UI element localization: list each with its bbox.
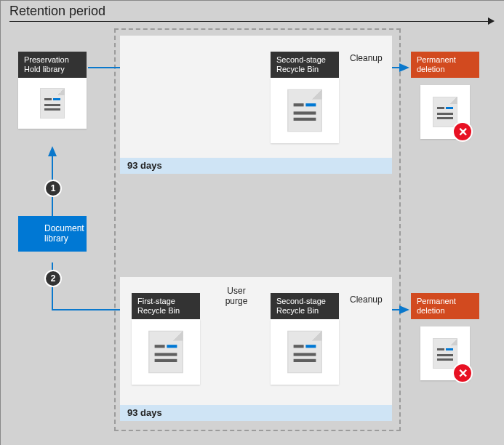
document-icon: [287, 331, 322, 374]
document-library-label: Document library: [18, 216, 87, 252]
days-footer-top: 93 days: [120, 158, 392, 174]
cleanup-label-top: Cleanup: [350, 53, 383, 63]
document-icon: [40, 88, 65, 119]
delete-x-icon: ✕: [452, 363, 473, 383]
document-icon: [433, 338, 457, 369]
permanent-deletion-top: Permanent deletion: [411, 52, 479, 78]
permanent-deletion-bottom: Permanent deletion: [411, 293, 479, 319]
second-stage-bin-bottom-body: [271, 319, 339, 385]
permanent-deletion-bottom-body: ✕: [420, 326, 470, 380]
step-2-badge: 2: [44, 270, 62, 287]
permanent-deletion-top-label: Permanent deletion: [411, 52, 479, 78]
second-stage-bin-top-body: [271, 78, 339, 143]
document-library-tile: Document library: [18, 216, 87, 252]
document-icon: [433, 97, 457, 127]
diagram-canvas: Retention period 93 days 93 days Preserv…: [0, 0, 504, 445]
cleanup-label-bottom: Cleanup: [350, 294, 383, 305]
document-icon: [287, 89, 322, 132]
permanent-deletion-top-body: ✕: [420, 85, 470, 139]
permanent-deletion-bottom-label: Permanent deletion: [411, 293, 479, 319]
document-icon: [148, 331, 183, 374]
first-stage-bin-label: First-stage Recycle Bin: [132, 293, 200, 319]
second-stage-bin-bottom-label: Second-stage Recycle Bin: [271, 293, 339, 319]
delete-x-icon: ✕: [452, 121, 473, 142]
first-stage-bin: First-stage Recycle Bin: [132, 293, 200, 385]
preservation-hold-label: Preservation Hold library: [18, 52, 87, 78]
preservation-hold-body: [18, 78, 87, 129]
step-1-badge: 1: [44, 180, 62, 197]
second-stage-bin-bottom: Second-stage Recycle Bin: [271, 293, 339, 385]
preservation-hold-tile: Preservation Hold library: [18, 52, 87, 129]
retention-period-title: Retention period: [9, 4, 105, 19]
first-stage-bin-body: [132, 319, 200, 385]
second-stage-bin-top: Second-stage Recycle Bin: [271, 52, 339, 143]
days-footer-bottom: 93 days: [120, 405, 392, 421]
second-stage-bin-top-label: Second-stage Recycle Bin: [271, 52, 339, 78]
user-purge-label: User purge: [220, 286, 252, 306]
retention-arrow-head: [488, 17, 495, 25]
retention-arrow-line: [9, 21, 489, 22]
